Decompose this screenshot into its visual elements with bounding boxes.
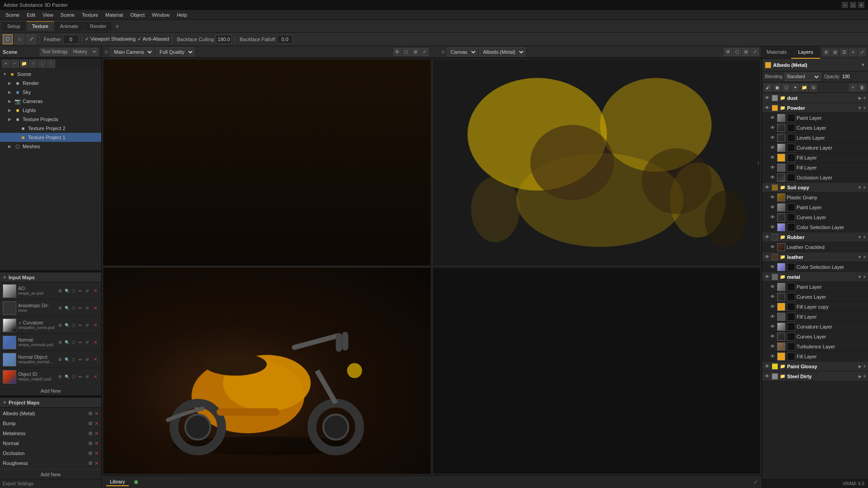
l-eye-paintm1[interactable]: 👁: [769, 284, 776, 289]
uv-nav-arrow[interactable]: ‹: [757, 159, 760, 167]
layer-colorsel-2[interactable]: 👁 Color Selection Layer: [762, 262, 868, 272]
pm-occlusion[interactable]: Occlusion ⚙ ✕: [0, 448, 101, 458]
layer-leather-crackled[interactable]: 👁 Leather Crackled: [762, 242, 868, 252]
norm-search[interactable]: 🔍: [64, 339, 70, 346]
pm-normal-gear[interactable]: ⚙: [88, 441, 93, 446]
minimize-button[interactable]: −: [842, 2, 848, 8]
menu-edit[interactable]: Edit: [23, 11, 39, 19]
folder-btn[interactable]: 📁: [800, 84, 808, 92]
layer-paint-m1[interactable]: 👁 Paint Layer: [762, 282, 868, 292]
tree-cameras[interactable]: ▶ 📷 Cameras 👁 ⚙: [0, 97, 101, 106]
group-powder-add[interactable]: +: [863, 105, 866, 111]
vp-grid-icon[interactable]: ⊞: [411, 48, 420, 56]
group-powder[interactable]: 👁 📁 Powder ▼ +: [762, 103, 868, 113]
curv-delete[interactable]: ✕: [92, 322, 99, 328]
l-eye-csel1[interactable]: 👁: [769, 225, 776, 230]
material-dropdown-arrow[interactable]: ▼: [861, 62, 865, 67]
normobj-refresh[interactable]: ↺: [84, 357, 90, 363]
group-metal[interactable]: 👁 📁 metal ▼ +: [762, 272, 868, 282]
group-steel-dirty[interactable]: 👁 📁 Steel Dirty ▶ +: [762, 371, 868, 381]
l-eye-paint2[interactable]: 👁: [769, 205, 776, 210]
uv-grid-icon[interactable]: ⊞: [742, 48, 750, 56]
pm-albedo-gear[interactable]: ⚙: [88, 411, 93, 417]
layer-curves-m2[interactable]: 👁 Curves Layer: [762, 332, 868, 342]
tree-sky[interactable]: ▶ ■ Sky 👁 ⚙: [0, 88, 101, 97]
input-maps-header[interactable]: ▼ Input Maps: [0, 272, 101, 282]
objid-gear[interactable]: ⚙: [57, 374, 63, 380]
group-rubber-add[interactable]: +: [863, 234, 866, 240]
paint-tool[interactable]: ○: [14, 34, 24, 44]
pm-albedo-delete[interactable]: ✕: [94, 411, 99, 417]
objid-link[interactable]: ⬡: [71, 374, 77, 380]
group-pg-add[interactable]: +: [863, 363, 866, 370]
aniso-delete[interactable]: ✕: [92, 305, 99, 311]
normobj-edit[interactable]: ✏: [77, 357, 84, 363]
l-eye-pg[interactable]: 👁: [769, 195, 776, 200]
ao-edit[interactable]: ✏: [77, 288, 84, 294]
norm-link[interactable]: ⬡: [71, 339, 77, 346]
add-channel-btn[interactable]: +: [849, 84, 857, 92]
pm-roughness[interactable]: Roughness ⚙ ✕: [0, 458, 101, 468]
tab-animate[interactable]: Animate: [55, 21, 84, 31]
layer-fill-copy[interactable]: 👁 Fill Layer copy: [762, 302, 868, 312]
input-maps-add-new[interactable]: Add New: [0, 385, 101, 395]
tree-tex-proj-2[interactable]: ■ Texture Project 2 👁 ⚙: [0, 124, 101, 133]
menu-material[interactable]: Material: [102, 11, 127, 19]
pm-normal-delete[interactable]: ✕: [94, 441, 99, 446]
curv-search[interactable]: 🔍: [64, 322, 70, 328]
scene-history[interactable]: History: [71, 48, 90, 56]
objid-edit[interactable]: ✏: [77, 374, 84, 380]
scene-tool-settings[interactable]: Tool Settings: [40, 48, 70, 56]
close-button[interactable]: ×: [858, 2, 864, 8]
uv-maximize-icon[interactable]: ⬡: [733, 48, 741, 56]
pm-normal[interactable]: Normal ⚙ ✕: [0, 438, 101, 448]
normobj-gear[interactable]: ⚙: [57, 357, 63, 363]
tree-lights[interactable]: ▶ ■ Lights 👁 ⚙: [0, 106, 101, 115]
l-eye-csel2[interactable]: 👁: [769, 264, 776, 269]
curv-edit[interactable]: ✏: [77, 322, 84, 328]
select-tool[interactable]: ⬡: [3, 34, 13, 44]
scene-more-btn[interactable]: ⋮: [47, 60, 55, 68]
layer-occlusion-1[interactable]: 👁 Occlusion Layer: [762, 173, 868, 183]
group-dust-eye[interactable]: 👁: [764, 95, 770, 100]
group-metal-eye[interactable]: 👁: [764, 274, 770, 279]
menu-help[interactable]: Help: [173, 11, 191, 19]
vp-maximize-icon[interactable]: ⬡: [402, 48, 410, 56]
layer-levels-1[interactable]: 👁 Levels Layer: [762, 133, 868, 143]
objid-search[interactable]: 🔍: [64, 374, 70, 380]
channel-select[interactable]: Albedo (Metal): [479, 47, 525, 56]
l-eye-curvlm1[interactable]: 👁: [769, 324, 776, 329]
l-eye-fillm2[interactable]: 👁: [769, 354, 776, 359]
tab-materials[interactable]: Materials: [762, 46, 791, 59]
panel-settings-icon[interactable]: ⚙: [822, 48, 830, 56]
pm-bump-delete[interactable]: ✕: [94, 421, 99, 427]
tab-render[interactable]: Render: [85, 21, 112, 31]
ao-delete[interactable]: ✕: [92, 288, 99, 294]
pm-metalness-delete[interactable]: ✕: [94, 431, 99, 436]
group-leather-add[interactable]: +: [863, 254, 866, 260]
layer-curves-1[interactable]: 👁 Curves Layer: [762, 123, 868, 133]
library-tab[interactable]: Library: [106, 478, 129, 486]
layer-curves-m1[interactable]: 👁 Curves Layer: [762, 292, 868, 302]
layer-plastic-grainy[interactable]: 👁 Plastic Grainy: [762, 192, 868, 202]
normobj-delete[interactable]: ✕: [92, 357, 99, 363]
paint-layer-btn[interactable]: 🖌: [764, 84, 772, 92]
tab-setup[interactable]: Setup: [2, 21, 26, 31]
scene-edit-icon[interactable]: ✏: [90, 48, 99, 56]
group-soil[interactable]: 👁 📁 Soil copy ▼ +: [762, 183, 868, 192]
l-eye-curves2[interactable]: 👁: [769, 215, 776, 220]
menu-scene2[interactable]: Scene: [57, 11, 78, 19]
pm-bump[interactable]: Bump ⚙ ✕: [0, 418, 101, 428]
l-eye-curv1[interactable]: 👁: [769, 145, 776, 150]
menu-object[interactable]: Object: [127, 11, 148, 19]
layer-curv-m1[interactable]: 👁 Curvature Layer: [762, 322, 868, 332]
layer-curves-2[interactable]: 👁 Curves Layer: [762, 212, 868, 222]
aniso-refresh[interactable]: ↺: [84, 305, 90, 311]
group-rubber[interactable]: 👁 📁 Rubber ▼ +: [762, 232, 868, 242]
norm-delete[interactable]: ✕: [92, 339, 99, 346]
aniso-search[interactable]: 🔍: [64, 305, 70, 311]
group-leather-eye[interactable]: 👁: [764, 254, 770, 259]
aniso-edit[interactable]: ✏: [77, 305, 84, 311]
panel-layout-icon[interactable]: ⊞: [831, 48, 839, 56]
menu-texture[interactable]: Texture: [78, 11, 102, 19]
